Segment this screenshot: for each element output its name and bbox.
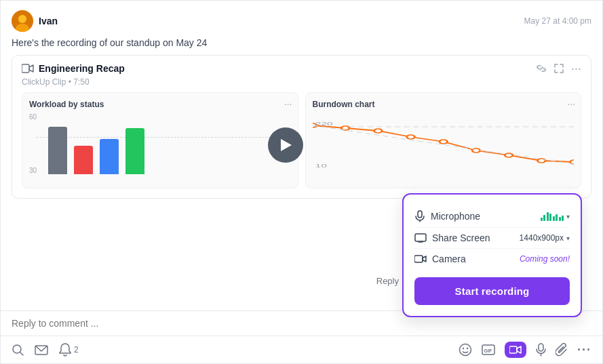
attachment-icon[interactable] <box>556 343 568 357</box>
svg-point-22 <box>13 345 21 353</box>
mic-bar-5 <box>553 216 555 221</box>
play-button[interactable] <box>268 127 303 163</box>
timestamp: May 27 at 4:00 pm <box>524 16 591 26</box>
svg-point-12 <box>537 159 545 163</box>
camera-row: Camera Coming soon! <box>414 249 570 269</box>
camera-value: Coming soon! <box>520 254 570 264</box>
svg-rect-30 <box>509 346 517 353</box>
svg-rect-16 <box>418 211 422 218</box>
share-screen-chevron: ▾ <box>566 235 570 242</box>
reply-input[interactable] <box>12 318 591 329</box>
username: Ivan <box>39 16 58 26</box>
play-triangle <box>281 139 292 151</box>
avatar <box>12 10 33 32</box>
mic-bar-2 <box>543 215 545 221</box>
svg-text:10: 10 <box>315 163 326 169</box>
reply-label[interactable]: Reply <box>376 276 399 286</box>
burndown-chart-area: 220 10 <box>313 113 575 181</box>
toolbar-icons-row: 2 GIF <box>1 336 602 363</box>
bar-gray <box>48 127 67 174</box>
notification-group[interactable]: 2 <box>59 343 79 357</box>
camera-active-icon[interactable] <box>505 342 526 358</box>
mic-bar-6 <box>556 214 558 221</box>
svg-text:220: 220 <box>315 121 332 127</box>
toolbar-left: 2 <box>12 343 79 357</box>
charts-area: Workload by status ··· 60 30 <box>12 92 591 198</box>
workload-title: Workload by status <box>29 100 291 109</box>
svg-point-7 <box>374 129 382 133</box>
main-container: Ivan May 27 at 4:00 pm Here's the record… <box>0 0 603 364</box>
mic-toolbar-icon[interactable] <box>536 343 546 357</box>
svg-rect-3 <box>22 64 29 73</box>
microphone-row: Microphone ▾ <box>414 205 570 228</box>
svg-point-11 <box>505 153 513 157</box>
message-text: Here's the recording of our standup on M… <box>1 37 602 55</box>
svg-point-27 <box>467 348 468 349</box>
share-screen-row-left: Share Screen <box>414 232 490 243</box>
mic-bar-1 <box>541 218 543 221</box>
user-info: Ivan <box>12 10 58 32</box>
svg-point-25 <box>459 344 471 356</box>
clip-meta: ClickUp Clip • 7:50 <box>12 77 591 92</box>
microphone-icon <box>414 210 425 222</box>
svg-rect-21 <box>414 256 423 262</box>
burndown-chart: Burndown chart ··· <box>305 92 582 188</box>
camera-icon <box>414 254 427 264</box>
clip-header: Engineering Recap ··· <box>12 56 591 77</box>
svg-point-9 <box>439 140 447 144</box>
clip-title-row: Engineering Recap <box>22 63 125 74</box>
camera-row-left: Camera <box>414 254 466 264</box>
microphone-chevron: ▾ <box>566 213 570 220</box>
svg-point-1 <box>18 15 26 23</box>
start-recording-button[interactable]: Start recording <box>414 277 570 305</box>
gif-icon[interactable]: GIF <box>482 344 495 355</box>
message-header: Ivan May 27 at 4:00 pm <box>1 1 602 37</box>
svg-rect-18 <box>415 234 426 241</box>
toolbar-right: GIF <box>459 342 591 358</box>
svg-point-8 <box>406 135 414 139</box>
svg-point-26 <box>463 348 464 349</box>
svg-rect-31 <box>539 344 543 351</box>
more-toolbar-icon[interactable]: ··· <box>577 343 591 357</box>
mic-bar-8 <box>562 216 564 221</box>
mic-bars <box>541 211 564 221</box>
mic-bar-4 <box>549 214 551 221</box>
coming-soon-label: Coming soon! <box>520 254 570 264</box>
burndown-title: Burndown chart <box>313 100 575 109</box>
clip-title: Engineering Recap <box>39 63 125 74</box>
clip-actions: ··· <box>536 62 581 75</box>
share-screen-value[interactable]: 1440x900px ▾ <box>520 233 570 243</box>
expand-icon[interactable] <box>553 63 564 74</box>
bar-red <box>74 146 93 174</box>
share-screen-label: Share Screen <box>432 232 490 243</box>
more-icon[interactable]: ··· <box>571 62 581 75</box>
recording-popup: Microphone ▾ <box>402 193 582 317</box>
burndown-more-icon[interactable]: ··· <box>567 98 575 109</box>
svg-text:GIF: GIF <box>484 348 492 353</box>
notification-count: 2 <box>74 345 79 355</box>
svg-line-23 <box>20 352 23 355</box>
clip-card: Engineering Recap ··· ClickUp Clip • 7:5… <box>12 55 591 199</box>
clip-video-icon <box>22 64 34 73</box>
share-screen-icon <box>414 233 427 243</box>
link-icon[interactable] <box>536 63 547 74</box>
share-screen-resolution: 1440x900px <box>520 233 564 243</box>
share-screen-row: Share Screen 1440x900px ▾ <box>414 228 570 249</box>
mic-bar-3 <box>547 212 549 221</box>
microphone-row-left: Microphone <box>414 210 480 222</box>
bar-blue <box>100 139 119 174</box>
camera-label: Camera <box>432 254 466 264</box>
workload-more-icon[interactable]: ··· <box>284 98 292 109</box>
search-icon[interactable] <box>12 344 24 356</box>
bottom-toolbar: 2 GIF <box>1 310 602 363</box>
mic-bar-7 <box>559 217 561 221</box>
mail-icon[interactable] <box>35 345 48 355</box>
workload-chart: Workload by status ··· 60 30 <box>22 92 298 188</box>
microphone-label: Microphone <box>431 211 480 222</box>
bar-green <box>125 128 144 174</box>
microphone-value[interactable]: ▾ <box>541 211 570 221</box>
bar-chart: 60 30 <box>29 113 291 181</box>
emoji-icon[interactable] <box>459 343 472 357</box>
bar-chart-inner <box>29 113 291 174</box>
